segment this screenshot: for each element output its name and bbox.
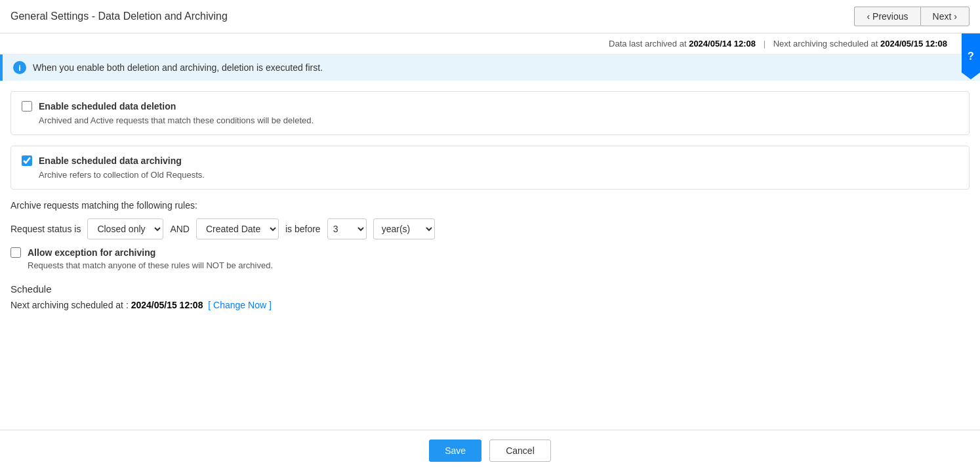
schedule-next-prefix: Next archiving scheduled at : xyxy=(10,300,129,310)
archive-status-bar: Data last archived at 2024/05/14 12:08 |… xyxy=(0,33,980,54)
archive-rules-row: Request status is Closed only All AND Cr… xyxy=(10,218,970,239)
help-icon[interactable]: ? xyxy=(962,33,980,79)
deletion-description: Archived and Active requests that match … xyxy=(39,115,958,125)
info-banner: i When you enable both deletion and arch… xyxy=(0,54,980,81)
schedule-title: Schedule xyxy=(10,283,970,295)
last-archived-date: 2024/05/14 12:08 xyxy=(689,39,756,49)
exception-description: Requests that match anyone of these rule… xyxy=(28,260,970,270)
page-title: General Settings - Data Deletion and Arc… xyxy=(10,10,228,22)
exception-header: Allow exception for archiving xyxy=(10,247,970,258)
schedule-info: Next archiving scheduled at : 2024/05/15… xyxy=(10,300,970,310)
save-button[interactable]: Save xyxy=(429,440,481,462)
is-before-label: is before xyxy=(285,224,321,234)
next-scheduled-prefix: Next archiving scheduled at xyxy=(773,39,878,49)
info-icon: i xyxy=(13,61,26,74)
navigation-buttons: ‹ Previous Next › xyxy=(854,7,970,26)
and-label: AND xyxy=(170,224,190,234)
unit-select[interactable]: year(s) month(s) day(s) xyxy=(373,218,435,239)
request-status-label: Request status is xyxy=(10,224,81,234)
info-text: When you enable both deletion and archiv… xyxy=(33,62,323,73)
footer: Save Cancel xyxy=(0,430,980,471)
status-divider: | xyxy=(764,39,766,49)
number-select[interactable]: 1 2 3 4 5 6 7 8 9 10 xyxy=(327,218,367,239)
schedule-section: Schedule Next archiving scheduled at : 2… xyxy=(10,283,970,310)
date-field-select[interactable]: Created Date Closed Date xyxy=(196,218,279,239)
deletion-checkbox[interactable] xyxy=(22,101,32,112)
archive-rules-section: Archive requests matching the following … xyxy=(10,200,970,239)
next-scheduled-date: 2024/05/15 12:08 xyxy=(880,39,947,49)
archiving-description: Archive refers to collection of Old Requ… xyxy=(39,170,958,180)
request-status-select[interactable]: Closed only All xyxy=(87,218,163,239)
deletion-title: Enable scheduled data deletion xyxy=(39,101,176,112)
last-archived-prefix: Data last archived at xyxy=(609,39,687,49)
chevron-left-icon: ‹ xyxy=(867,11,870,22)
cancel-button[interactable]: Cancel xyxy=(489,440,551,462)
deletion-section: Enable scheduled data deletion Archived … xyxy=(10,91,970,135)
exception-title: Allow exception for archiving xyxy=(28,247,155,258)
change-now-link[interactable]: [ Change Now ] xyxy=(208,300,272,310)
previous-button[interactable]: ‹ Previous xyxy=(854,7,920,26)
exception-section: Allow exception for archiving Requests t… xyxy=(10,247,970,270)
next-button[interactable]: Next › xyxy=(920,7,970,26)
archiving-section: Enable scheduled data archiving Archive … xyxy=(10,146,970,190)
chevron-right-icon: › xyxy=(954,11,957,22)
schedule-next-date: 2024/05/15 12:08 xyxy=(131,300,203,310)
archiving-title: Enable scheduled data archiving xyxy=(39,155,182,166)
archive-rules-intro: Archive requests matching the following … xyxy=(10,200,970,211)
page-header: General Settings - Data Deletion and Arc… xyxy=(0,0,980,33)
archiving-checkbox[interactable] xyxy=(22,155,32,166)
deletion-section-header: Enable scheduled data deletion xyxy=(22,101,958,112)
archiving-section-header: Enable scheduled data archiving xyxy=(22,155,958,166)
exception-checkbox[interactable] xyxy=(10,247,21,258)
